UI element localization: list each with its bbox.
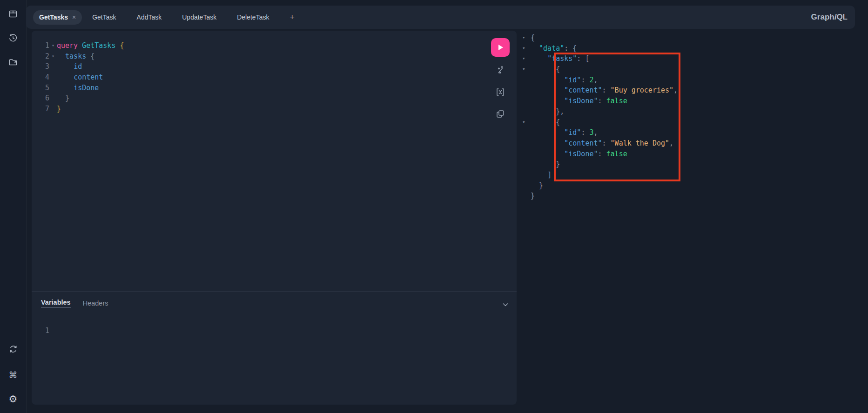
fold-arrow-icon[interactable]: ▾: [49, 40, 57, 51]
code-token: :: [564, 44, 572, 53]
code-text: "data": {: [531, 43, 577, 54]
arrow-spacer: [522, 170, 531, 180]
chevron-down-icon: [502, 301, 509, 308]
code-text: {: [531, 33, 535, 43]
code-token: "data": [539, 44, 564, 53]
variables-editor[interactable]: 1: [32, 326, 57, 336]
arrow-spacer: [522, 191, 531, 201]
collapse-arrow-icon[interactable]: ▾: [522, 64, 531, 75]
code-token: content: [74, 73, 103, 81]
code-text: content: [57, 72, 103, 83]
fold-spacer: [49, 83, 57, 93]
line-number: 3: [32, 61, 49, 72]
arrow-spacer: [522, 180, 531, 191]
response-line: }: [522, 180, 678, 191]
code-token: GetTasks: [82, 41, 120, 50]
graphiql-logo[interactable]: GraphiQL: [811, 13, 855, 22]
line-number: 6: [32, 93, 49, 104]
code-token: {: [531, 33, 535, 42]
merge-fragments-button[interactable]: [495, 87, 506, 98]
query-line: 4 content: [32, 72, 124, 83]
tab-addtask[interactable]: AddTask: [127, 13, 172, 21]
tab-gettask[interactable]: GetTask: [82, 13, 126, 21]
editor-tools-divider: [32, 291, 517, 292]
refetch-icon[interactable]: [4, 340, 22, 358]
tab-strip: GetTasks × GetTask AddTask UpdateTask De…: [26, 6, 855, 29]
variables-line: 1: [32, 326, 57, 336]
line-number: 2: [32, 51, 49, 62]
sidebar: ⌘ ⚙: [0, 0, 27, 413]
code-text: query GetTasks {: [57, 40, 124, 51]
response-line: ▾{: [522, 33, 678, 43]
line-number: 4: [32, 72, 49, 83]
prettify-wand-icon: [495, 64, 506, 75]
arrow-spacer: [522, 138, 531, 149]
code-token: }: [531, 192, 535, 200]
code-text: }: [531, 180, 543, 191]
graphiql-app: ⌘ ⚙ GetTasks × GetTask AddTask UpdateTas…: [0, 0, 868, 413]
tab-deletetask[interactable]: DeleteTask: [227, 13, 279, 21]
code-text: }: [57, 104, 61, 114]
tab-headers[interactable]: Headers: [83, 300, 108, 307]
command-glyph: ⌘: [9, 370, 18, 380]
fold-spacer: [49, 72, 57, 83]
code-token: {: [572, 44, 577, 53]
code-token: }: [539, 181, 543, 190]
execute-query-button[interactable]: [491, 38, 510, 57]
fold-spacer: [49, 326, 57, 336]
code-token: {: [120, 41, 124, 50]
copy-icon: [495, 108, 506, 120]
collapse-arrow-icon[interactable]: ▾: [522, 53, 531, 64]
arrow-spacer: [522, 127, 531, 138]
code-token: id: [74, 62, 82, 71]
line-number: 5: [32, 83, 49, 93]
query-line: 1▾query GetTasks {: [32, 40, 124, 51]
collapse-arrow-icon[interactable]: ▾: [522, 33, 531, 43]
copy-query-button[interactable]: [495, 108, 506, 120]
arrow-spacer: [522, 85, 531, 96]
line-number: 1: [32, 326, 49, 336]
arrow-spacer: [522, 96, 531, 107]
code-token: ]: [547, 171, 552, 179]
shortcut-keys-icon[interactable]: ⌘: [4, 366, 22, 384]
collapse-arrow-icon[interactable]: ▾: [522, 43, 531, 54]
collapse-tools-button[interactable]: [502, 301, 509, 310]
arrow-spacer: [522, 107, 531, 117]
code-text: id: [57, 61, 82, 72]
code-token: query: [57, 41, 82, 50]
response-line: }: [522, 191, 678, 201]
tab-label: GetTasks: [39, 13, 68, 21]
arrow-spacer: [522, 159, 531, 170]
arrow-spacer: [522, 75, 531, 86]
settings-gear-icon[interactable]: ⚙: [4, 390, 22, 408]
code-token: isDone: [74, 84, 99, 92]
line-number: 7: [32, 104, 49, 114]
fold-arrow-icon[interactable]: ▾: [49, 51, 57, 62]
logo-pre: Graph: [811, 13, 834, 21]
collapse-arrow-icon[interactable]: ▾: [522, 117, 531, 128]
query-line: 5 isDone: [32, 83, 124, 93]
tab-variables[interactable]: Variables: [41, 299, 71, 308]
prettify-button[interactable]: [495, 64, 506, 75]
docs-icon[interactable]: [4, 5, 22, 23]
code-text: ]: [531, 170, 552, 180]
query-line: 3 id: [32, 61, 124, 72]
tab-updatetask[interactable]: UpdateTask: [172, 13, 227, 21]
query-editor[interactable]: 1▾query GetTasks {2▾ tasks {3 id4 conten…: [32, 40, 124, 114]
code-token: tasks: [65, 52, 90, 60]
history-icon[interactable]: [4, 29, 22, 47]
add-tab-button[interactable]: +: [279, 13, 305, 22]
line-number: 1: [32, 40, 49, 51]
code-text: }: [531, 191, 535, 201]
close-tab-icon[interactable]: ×: [72, 14, 76, 20]
open-collection-icon[interactable]: [4, 53, 22, 71]
code-text: tasks {: [57, 51, 94, 62]
tool-tabs: Variables Headers: [41, 299, 108, 308]
arrow-spacer: [522, 149, 531, 160]
fold-spacer: [49, 104, 57, 114]
tab-gettasks[interactable]: GetTasks ×: [33, 10, 82, 25]
code-token: }: [65, 94, 69, 102]
gear-glyph: ⚙: [9, 393, 18, 405]
code-text: }: [57, 93, 69, 104]
query-line: 7}: [32, 104, 124, 114]
